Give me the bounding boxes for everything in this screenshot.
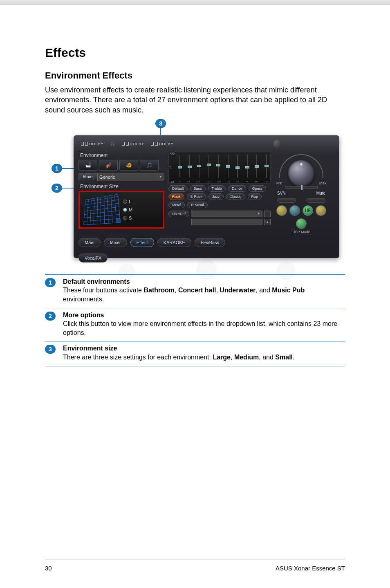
eq-band-250[interactable] (207, 155, 211, 177)
eq-band-1K[interactable] (226, 155, 230, 177)
intro-paragraph: Use environment effects to create realis… (45, 85, 345, 115)
size-s-label: S (129, 215, 132, 220)
wireframe-size-letter: M (117, 218, 121, 223)
eq-y-axis: +200-20 (170, 152, 175, 183)
preset-s-rock[interactable]: S-Rock (187, 193, 206, 200)
environment-dropdown[interactable]: Generic (97, 173, 164, 181)
page-footer: 30 ASUS Xonar Essence ST (45, 565, 345, 572)
dsp-mode-5-icon[interactable] (296, 218, 307, 229)
preset-treble[interactable]: Treble (208, 185, 226, 192)
preset-classic[interactable]: Classic (226, 193, 245, 200)
more-environments-button[interactable]: More (78, 173, 97, 181)
size-small-radio[interactable]: S (123, 215, 132, 220)
eq-x-axis: 30601202505001K2K4K8K16K (178, 180, 269, 183)
eq-band-2K[interactable] (235, 155, 240, 177)
dsp-mode-icons: HF (275, 205, 328, 229)
dsp-mode-label: DSP Mode (292, 230, 310, 234)
eq-band-16K[interactable] (264, 155, 269, 177)
env-underwater-button[interactable]: 🐠 (119, 160, 138, 171)
product-name: ASUS Xonar Essence ST (276, 565, 345, 572)
legend-body-2: More options Click this button to view m… (63, 311, 345, 337)
callout-badge-3: 3 (155, 119, 166, 128)
dolby-logo-3: DOLBY (151, 142, 174, 146)
browser-chrome-strip (0, 0, 390, 5)
legend-body-3: Environment size There are three size se… (63, 344, 345, 361)
room-wireframe-icon: M (83, 194, 120, 225)
dsp-mode-2-icon[interactable] (289, 205, 300, 216)
preset-rap[interactable]: Rap (248, 193, 262, 200)
environment-panel: Environment 🛁 🎻 🐠 🎵 More Generic Environ… (78, 152, 164, 234)
dsp-mode-1-icon[interactable] (276, 205, 287, 216)
userdef-name-input[interactable] (191, 219, 262, 225)
svn-toggle[interactable] (277, 198, 296, 203)
default-environment-buttons: 🛁 🎻 🐠 🎵 (78, 160, 164, 171)
env-music-pub-button[interactable]: 🎵 (140, 160, 159, 171)
eq-band-60[interactable] (188, 155, 192, 177)
preset-default[interactable]: Default (168, 185, 188, 192)
tab-flexbass[interactable]: FlexBass (195, 238, 225, 247)
size-m-label: M (129, 207, 132, 212)
environment-size-panel: M L M S (78, 191, 164, 229)
brand-orb-icon (273, 139, 282, 148)
eq-band-500[interactable] (216, 155, 220, 177)
legend-badge-2: 2 (45, 312, 56, 321)
preset-opera[interactable]: Opera (249, 185, 266, 192)
mute-toggle[interactable] (307, 198, 325, 203)
preset-h-metal[interactable]: H-Metal (187, 202, 208, 208)
userdef-minus-button[interactable]: − (264, 211, 271, 217)
dsp-mode-4-icon[interactable] (316, 205, 326, 216)
legend-table: 1 Default environments These four button… (45, 274, 345, 366)
tab-bar: MainMixerEffectKARAOKEFlexBassVocalFX (78, 238, 334, 263)
legend-text-2: Click this button to view more environme… (63, 319, 345, 337)
legend-title-1: Default environments (63, 277, 345, 286)
env-bathroom-button[interactable]: 🛁 (78, 160, 97, 171)
tab-main[interactable]: Main (78, 238, 101, 247)
volume-knob[interactable] (288, 160, 315, 187)
environment-size-label: Environment Size (80, 184, 164, 189)
size-large-radio[interactable]: L (123, 199, 132, 204)
preset-bass[interactable]: Bass (190, 185, 206, 192)
tab-vocalfx[interactable]: VocalFX (78, 254, 108, 263)
callout-badge-1: 1 (52, 164, 62, 173)
tab-effect[interactable]: Effect (130, 238, 154, 247)
dolby-logo-2: DOLBY (122, 142, 145, 146)
legend-title-2: More options (63, 311, 345, 320)
eq-band-120[interactable] (197, 155, 201, 177)
preset-dance[interactable]: Dance (228, 185, 246, 192)
eq-graph: +200-20 30601202505001K2K4K8K16K (168, 152, 271, 184)
legend-row-1: 1 Default environments These four button… (45, 275, 345, 308)
audio-center-window: DOLBY 🎧 DOLBY DOLBY Environment 🛁 🎻 🐠 🎵 (74, 135, 339, 258)
eq-band-4K[interactable] (245, 155, 249, 177)
userdef-button[interactable]: UserDef (168, 211, 189, 217)
size-medium-radio[interactable]: M (123, 207, 132, 212)
dsp-mode-hf-icon[interactable]: HF (303, 205, 313, 216)
mute-label: Mute (316, 191, 325, 195)
eq-preset-grid: DefaultBassTrebleDanceOperaRockS-RockJaz… (168, 185, 271, 208)
page-number: 30 (45, 565, 52, 572)
legend-badge-3: 3 (45, 345, 56, 354)
eq-band-30[interactable] (178, 155, 182, 177)
tab-karaoke[interactable]: KARAOKE (157, 238, 191, 247)
equalizer-panel: +200-20 30601202505001K2K4K8K16K Default… (168, 152, 271, 234)
eq-band-8K[interactable] (255, 155, 259, 177)
preset-jazz[interactable]: Jazz (208, 193, 224, 200)
legend-row-2: 2 More options Click this button to view… (45, 308, 345, 342)
size-l-label: L (129, 199, 131, 204)
legend-badge-1: 1 (45, 278, 56, 287)
userdef-dropdown[interactable] (191, 211, 262, 217)
heading-environment-effects: Environment Effects (45, 70, 345, 81)
legend-row-3: 3 Environment size There are three size … (45, 341, 345, 366)
preset-rock[interactable]: Rock (168, 193, 184, 200)
min-label: Min (276, 181, 282, 185)
volume-gauge (277, 152, 326, 180)
preset-metal[interactable]: Metal (168, 202, 185, 208)
env-concert-hall-button[interactable]: 🎻 (99, 160, 118, 171)
tab-mixer[interactable]: Mixer (104, 238, 127, 247)
volume-panel: Min L R Max SVN Mute (275, 152, 328, 234)
dolby-logo-row: DOLBY 🎧 DOLBY DOLBY (78, 139, 334, 148)
balance-slider[interactable] (285, 186, 318, 189)
legend-text-3: There are three size settings for each e… (63, 353, 345, 362)
max-label: Max (319, 181, 326, 185)
environment-label: Environment (80, 153, 164, 158)
userdef-plus-button[interactable]: + (264, 219, 271, 225)
